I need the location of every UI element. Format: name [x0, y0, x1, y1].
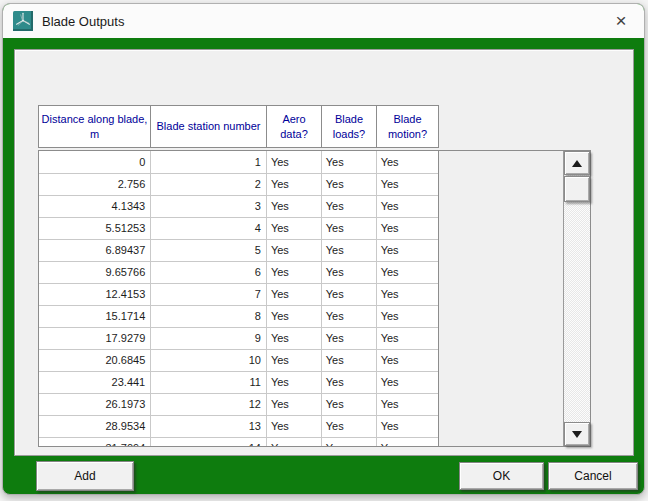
table-cell[interactable]: 12	[151, 393, 267, 415]
table-cell[interactable]: Yes	[321, 239, 376, 261]
triangle-up-icon	[572, 160, 582, 167]
window-title: Blade Outputs	[42, 14, 124, 29]
table-cell[interactable]: Yes	[376, 371, 438, 393]
grid-data-region: 01YesYesYes2.7562YesYesYes4.13433YesYesY…	[38, 150, 591, 447]
table-cell[interactable]: 13	[151, 415, 267, 437]
table-cell[interactable]: Yes	[376, 393, 438, 415]
table-cell[interactable]: 31.7094	[39, 437, 151, 446]
table-cell[interactable]: Yes	[266, 437, 321, 446]
table-cell[interactable]: Yes	[376, 305, 438, 327]
table-cell[interactable]: Yes	[266, 305, 321, 327]
table-cell[interactable]: 5.51253	[39, 217, 151, 239]
table-row: 17.92799YesYesYes	[39, 327, 438, 349]
table-cell[interactable]: 4.1343	[39, 195, 151, 217]
table-cell[interactable]: Yes	[266, 261, 321, 283]
table-cell[interactable]: Yes	[266, 371, 321, 393]
table-cell[interactable]: 20.6845	[39, 349, 151, 371]
table-row: 9.657666YesYesYes	[39, 261, 438, 283]
scroll-up-button[interactable]	[564, 151, 590, 175]
table-cell[interactable]: Yes	[376, 173, 438, 195]
table-cell[interactable]: 9.65766	[39, 261, 151, 283]
table-cell[interactable]: Yes	[321, 371, 376, 393]
table-cell[interactable]: Yes	[266, 327, 321, 349]
table-cell[interactable]: Yes	[376, 261, 438, 283]
table-cell[interactable]: Yes	[266, 173, 321, 195]
table-cell[interactable]: Yes	[321, 349, 376, 371]
table-cell[interactable]: Yes	[376, 151, 438, 173]
vertical-scrollbar[interactable]	[563, 151, 590, 446]
table-cell[interactable]: Yes	[376, 283, 438, 305]
ok-button[interactable]: OK	[459, 462, 544, 490]
table-cell[interactable]: Yes	[321, 151, 376, 173]
table-cell[interactable]: Yes	[321, 217, 376, 239]
table-cell[interactable]: Yes	[376, 327, 438, 349]
table-cell[interactable]: Yes	[321, 393, 376, 415]
table-cell[interactable]: Yes	[376, 239, 438, 261]
grid-empty-area	[439, 151, 563, 446]
table-cell[interactable]: Yes	[266, 217, 321, 239]
table-row: 12.41537YesYesYes	[39, 283, 438, 305]
scrollbar-thumb[interactable]	[564, 176, 590, 202]
table-cell[interactable]: Yes	[266, 415, 321, 437]
table-cell[interactable]: Yes	[266, 393, 321, 415]
table-row: 4.13433YesYesYes	[39, 195, 438, 217]
table-cell[interactable]: 5	[151, 239, 267, 261]
grid-data-viewport: 01YesYesYes2.7562YesYesYes4.13433YesYesY…	[39, 151, 439, 446]
table-cell[interactable]: 1	[151, 151, 267, 173]
table-cell[interactable]: 3	[151, 195, 267, 217]
table-cell[interactable]: 4	[151, 217, 267, 239]
table-cell[interactable]: Yes	[266, 239, 321, 261]
table-cell[interactable]: Yes	[321, 261, 376, 283]
table-cell[interactable]: 12.4153	[39, 283, 151, 305]
add-button[interactable]: Add	[36, 461, 134, 491]
table-cell[interactable]: 11	[151, 371, 267, 393]
table-cell[interactable]: Yes	[266, 349, 321, 371]
table-cell[interactable]: 2.756	[39, 173, 151, 195]
scroll-down-button[interactable]	[564, 422, 590, 446]
table-cell[interactable]: 7	[151, 283, 267, 305]
table-cell[interactable]: Yes	[376, 437, 438, 446]
table-cell[interactable]: Yes	[376, 217, 438, 239]
triangle-down-icon	[572, 431, 582, 438]
table-cell[interactable]: 17.9279	[39, 327, 151, 349]
table-cell[interactable]: 28.9534	[39, 415, 151, 437]
grid-data-table: 01YesYesYes2.7562YesYesYes4.13433YesYesY…	[39, 151, 438, 446]
table-cell[interactable]: 10	[151, 349, 267, 371]
table-row: 5.512534YesYesYes	[39, 217, 438, 239]
title-bar: Blade Outputs ×	[3, 4, 644, 38]
table-row: 23.44111YesYesYes	[39, 371, 438, 393]
table-cell[interactable]: 2	[151, 173, 267, 195]
table-cell[interactable]: 26.1973	[39, 393, 151, 415]
cancel-button[interactable]: Cancel	[548, 462, 638, 490]
table-cell[interactable]: Yes	[376, 195, 438, 217]
table-cell[interactable]: Yes	[321, 283, 376, 305]
close-icon[interactable]: ×	[598, 4, 644, 38]
table-cell[interactable]: 9	[151, 327, 267, 349]
table-cell[interactable]: Yes	[321, 173, 376, 195]
header-aero: Aero data?	[267, 106, 322, 148]
table-cell[interactable]: Yes	[266, 195, 321, 217]
table-cell[interactable]: 6.89437	[39, 239, 151, 261]
header-loads: Blade loads?	[322, 106, 377, 148]
table-cell[interactable]: 6	[151, 261, 267, 283]
table-cell[interactable]: Yes	[266, 151, 321, 173]
table-cell[interactable]: 15.1714	[39, 305, 151, 327]
table-cell[interactable]: Yes	[321, 195, 376, 217]
table-cell[interactable]: Yes	[266, 283, 321, 305]
table-cell[interactable]: Yes	[376, 349, 438, 371]
table-cell[interactable]: 23.441	[39, 371, 151, 393]
table-row: 26.197312YesYesYes	[39, 393, 438, 415]
table-cell[interactable]: Yes	[321, 305, 376, 327]
blade-stations-grid: Distance along blade, m Blade station nu…	[38, 105, 593, 449]
content-panel: Distance along blade, m Blade station nu…	[14, 49, 634, 456]
table-row: 15.17148YesYesYes	[39, 305, 438, 327]
table-cell[interactable]: Yes	[321, 327, 376, 349]
table-row: 31.709414YesYesYes	[39, 437, 438, 446]
table-cell[interactable]: 14	[151, 437, 267, 446]
table-cell[interactable]: 8	[151, 305, 267, 327]
grid-header: Distance along blade, m Blade station nu…	[38, 105, 439, 148]
table-cell[interactable]: Yes	[321, 415, 376, 437]
table-cell[interactable]: Yes	[376, 415, 438, 437]
table-cell[interactable]: Yes	[321, 437, 376, 446]
table-cell[interactable]: 0	[39, 151, 151, 173]
